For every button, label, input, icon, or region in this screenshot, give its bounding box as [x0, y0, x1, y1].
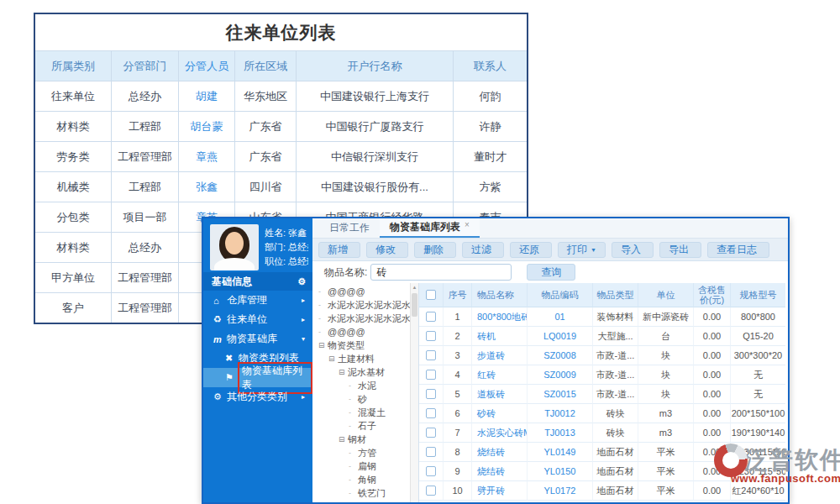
- tree-node[interactable]: 水泥: [312, 379, 410, 392]
- select-all-checkbox[interactable]: [426, 290, 436, 300]
- tree-toggle-icon[interactable]: ⊟: [339, 433, 348, 446]
- query-button[interactable]: 查询: [527, 264, 575, 281]
- cell-item-name-link[interactable]: 砖机: [471, 327, 527, 346]
- sidebar-item-warehouse[interactable]: ⌂ 仓库管理 ▸: [203, 291, 312, 310]
- table-row[interactable]: 5 道板砖 SZ0015 市政-道... 块 0.00 无: [419, 385, 788, 404]
- cell-item-name-link[interactable]: 水泥实心砖MU...: [471, 423, 527, 443]
- tree-toggle-icon[interactable]: [349, 459, 358, 473]
- cell-person-link[interactable]: 胡台蒙: [178, 111, 234, 141]
- tree-toggle-icon[interactable]: [349, 473, 358, 486]
- toolbar-button[interactable]: 导出: [659, 242, 701, 258]
- sidebar-item-contacts[interactable]: ♻ 往来单位 ▸: [203, 310, 312, 329]
- row-checkbox[interactable]: [426, 408, 436, 418]
- toolbar-button[interactable]: 删除: [414, 242, 456, 258]
- tree-node[interactable]: 水泥水泥水泥水泥水泥水泥水泥水泥: [312, 312, 410, 325]
- tree-node[interactable]: ⊟ 土建材料: [312, 352, 410, 365]
- toolbar-button[interactable]: 导入: [612, 242, 654, 258]
- table-row[interactable]: 4 红砖 SZ0009 市政-道... 块 0.00 无: [419, 365, 788, 385]
- tree-toggle-icon[interactable]: ⊟: [328, 352, 338, 365]
- tree-toggle-icon[interactable]: [318, 298, 328, 312]
- cell-item-name-link[interactable]: 红砖: [471, 365, 527, 385]
- row-checkbox[interactable]: [426, 389, 436, 399]
- sidebar-item-materials-library[interactable]: m 物资基础库 ▾: [203, 329, 312, 349]
- toolbar-button[interactable]: 打印 ▼: [558, 242, 606, 258]
- row-checkbox[interactable]: [426, 370, 436, 380]
- tree-toggle-icon[interactable]: [349, 419, 358, 433]
- cell-item-code-link[interactable]: YL0150: [527, 462, 592, 481]
- sidebar-item-other-categories[interactable]: ⚙ 其他分类类别 ▸: [203, 387, 312, 407]
- sidebar-item-material-base-list[interactable]: ⚑ 物资基础库列表: [203, 368, 312, 387]
- scrollbar-thumb[interactable]: [412, 293, 417, 317]
- toolbar-button[interactable]: 过滤: [462, 242, 504, 258]
- tree-node[interactable]: @@@@: [312, 325, 410, 339]
- toolbar-button[interactable]: 新增: [318, 242, 360, 258]
- scroll-up-icon[interactable]: ▲: [411, 283, 418, 291]
- table-row[interactable]: 6 砂砖 TJ0012 砖块 m3 0.00 200*150*100: [419, 404, 788, 423]
- tree-toggle-icon[interactable]: [318, 312, 328, 325]
- table-row[interactable]: 7 水泥实心砖MU... TJ0013 砖块 m3 0.00 190*190*1…: [419, 423, 788, 443]
- cell-person-link[interactable]: 胡建: [178, 81, 234, 111]
- table-row[interactable]: 3 步道砖 SZ0008 市政-道... 块 0.00 300*300*20: [419, 346, 788, 365]
- tree-node[interactable]: 石子: [312, 419, 410, 433]
- cell-item-name-link[interactable]: 800*800地砖: [471, 307, 527, 327]
- cell-item-code-link[interactable]: SZ0015: [527, 385, 592, 404]
- cell-item-code-link[interactable]: 01: [527, 307, 592, 327]
- tree-node[interactable]: @@@@: [312, 285, 410, 298]
- item-name-input[interactable]: [370, 264, 512, 281]
- tree-node[interactable]: 砂: [312, 392, 410, 406]
- cell-item-code-link[interactable]: TJ0012: [527, 404, 592, 423]
- row-checkbox[interactable]: [426, 447, 436, 457]
- cell-item-code-link[interactable]: SZ0009: [527, 365, 592, 385]
- sidebar-section-basic-info[interactable]: 基础信息 ⚙: [203, 272, 312, 291]
- col-header: 规格型号: [730, 283, 785, 307]
- row-checkbox[interactable]: [426, 466, 436, 476]
- tree-toggle-icon[interactable]: [349, 486, 358, 500]
- tree-node[interactable]: 混凝土: [312, 406, 410, 419]
- tab-daily-work[interactable]: 日常工作: [319, 218, 380, 238]
- tree-node[interactable]: 水泥水泥水泥水泥水泥水泥水泥水泥: [312, 298, 410, 312]
- cell-item-name-link[interactable]: 步道砖: [471, 346, 527, 365]
- cell-item-code-link[interactable]: YL0149: [527, 443, 592, 462]
- tree-toggle-icon[interactable]: [318, 325, 328, 339]
- tree-node[interactable]: 方管: [312, 446, 410, 459]
- cell-item-code-link[interactable]: SZ0008: [527, 346, 592, 365]
- gear-icon[interactable]: ⚙: [297, 276, 306, 287]
- tree-node[interactable]: ⊟ 物资类型: [312, 339, 410, 352]
- tree-toggle-icon[interactable]: [349, 392, 358, 406]
- table-row[interactable]: 1 800*800地砖 01 装饰材料 新中源瓷砖 0.00 800*800: [419, 307, 788, 327]
- cell-item-code-link[interactable]: LQ0019: [527, 327, 592, 346]
- tree-node[interactable]: 铁艺门: [312, 486, 410, 500]
- cell-person-link[interactable]: 张鑫: [178, 171, 234, 202]
- cell-item-name-link[interactable]: 砂砖: [471, 404, 527, 423]
- tree-node[interactable]: 扁钢: [312, 459, 410, 473]
- tree-toggle-icon[interactable]: ⊟: [318, 339, 328, 352]
- cell-item-code-link[interactable]: TJ0013: [527, 423, 592, 443]
- table-row[interactable]: 2 砖机 LQ0019 大型施... 台 0.00 Q15-20: [419, 327, 788, 346]
- toolbar-button[interactable]: 还原: [510, 242, 552, 258]
- tree-node[interactable]: ⊟ 泥水基材: [312, 365, 410, 379]
- tree-scrollbar[interactable]: ▲: [410, 283, 418, 502]
- tree-toggle-icon[interactable]: [349, 446, 358, 459]
- close-icon[interactable]: ×: [465, 220, 470, 229]
- cell-item-name-link[interactable]: 烧结砖: [471, 462, 527, 481]
- tree-node[interactable]: ⊟ 钢材: [312, 433, 410, 446]
- toolbar-button[interactable]: 修改: [366, 242, 408, 258]
- toolbar-button[interactable]: 查看日志: [707, 242, 769, 258]
- cell-item-name-link[interactable]: 烧结砖: [471, 443, 527, 462]
- tree-toggle-icon[interactable]: ⊟: [339, 365, 348, 379]
- row-checkbox[interactable]: [426, 486, 436, 496]
- tree-toggle-icon[interactable]: [349, 406, 358, 419]
- tree-toggle-icon[interactable]: [349, 379, 358, 392]
- row-checkbox[interactable]: [426, 350, 436, 360]
- tree-toggle-icon[interactable]: [318, 285, 328, 298]
- row-checkbox[interactable]: [426, 331, 436, 341]
- tab-material-base-list[interactable]: 物资基础库列表 ×: [380, 218, 480, 238]
- cell-item-name-link[interactable]: 道板砖: [471, 385, 527, 404]
- row-checkbox[interactable]: [426, 312, 436, 322]
- cell-item-code-link[interactable]: YL0172: [527, 481, 592, 501]
- cell-person-link[interactable]: 章燕: [178, 141, 234, 171]
- cell-item-name-link[interactable]: 劈开砖: [471, 481, 527, 501]
- tree-node[interactable]: 角钢: [312, 473, 410, 486]
- row-checkbox[interactable]: [426, 428, 436, 438]
- avatar: [210, 224, 259, 270]
